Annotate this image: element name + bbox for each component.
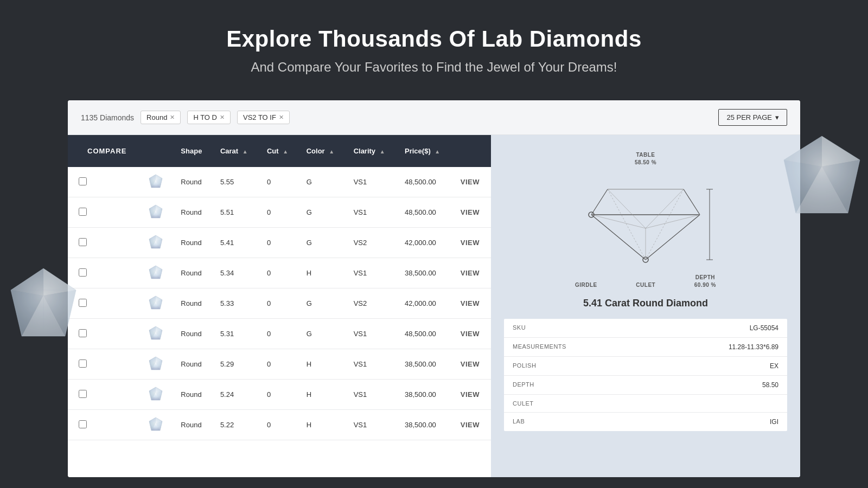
table-row: Round 5.29 0 H VS1 38,500.00 VIEW (68, 349, 491, 380)
row-clarity: VS2 (347, 288, 398, 319)
view-link[interactable]: VIEW (461, 299, 480, 307)
row-carat: 5.31 (214, 319, 260, 349)
top-bar-left: 1135 Diamonds Round ✕ H TO D ✕ VS2 TO IF… (81, 111, 290, 124)
detail-spec-row: SKU LG-55054 (504, 319, 787, 338)
row-checkbox-0[interactable] (79, 177, 87, 185)
detail-spec-row: LAB IGI (504, 413, 787, 431)
view-link[interactable]: VIEW (461, 330, 480, 338)
chevron-down-icon: ▾ (775, 113, 779, 121)
per-page-button[interactable]: 25 PER PAGE ▾ (718, 109, 787, 126)
spec-label: POLISH (513, 362, 536, 370)
diamond-diagram-svg (570, 169, 722, 277)
view-link[interactable]: VIEW (461, 390, 480, 399)
row-price: 38,500.00 (398, 349, 454, 380)
hero-title: Explore Thousands Of Lab Diamonds (0, 26, 868, 52)
row-image-cell (142, 288, 174, 319)
col-header-img (142, 135, 174, 167)
svg-line-61 (684, 189, 700, 215)
compare-header: COMPARE (68, 135, 142, 167)
row-image-cell (142, 380, 174, 410)
top-bar: 1135 Diamonds Round ✕ H TO D ✕ VS2 TO IF… (68, 100, 800, 135)
row-carat: 5.55 (214, 167, 260, 197)
row-image-cell (142, 197, 174, 228)
compare-button[interactable]: COMPARE (79, 143, 135, 159)
table-row: Round 5.33 0 G VS2 42,000.00 VIEW (68, 288, 491, 319)
filter-vs2-to-if[interactable]: VS2 TO IF ✕ (237, 111, 290, 124)
row-shape: Round (174, 288, 214, 319)
diagram-depth-label: DEPTH (694, 274, 716, 281)
row-view-cell: VIEW (454, 380, 491, 410)
row-clarity: VS1 (347, 319, 398, 349)
diamond-count: 1135 Diamonds (81, 113, 134, 122)
svg-line-70 (646, 189, 684, 228)
row-shape: Round (174, 349, 214, 380)
row-color: G (300, 197, 347, 228)
row-cut: 0 (260, 410, 300, 440)
row-image-cell (142, 258, 174, 288)
table-row: Round 5.51 0 G VS1 48,500.00 VIEW (68, 197, 491, 228)
row-carat: 5.29 (214, 349, 260, 380)
diamond-thumbnail (148, 265, 163, 280)
remove-vs2-to-if-icon[interactable]: ✕ (279, 114, 284, 121)
row-price: 48,500.00 (398, 167, 454, 197)
row-shape: Round (174, 228, 214, 258)
view-link[interactable]: VIEW (461, 178, 480, 186)
row-view-cell: VIEW (454, 319, 491, 349)
col-header-carat[interactable]: Carat ▲ (214, 135, 260, 167)
row-shape: Round (174, 410, 214, 440)
spec-label: SKU (513, 324, 526, 332)
row-carat: 5.33 (214, 288, 260, 319)
row-checkbox-2[interactable] (79, 238, 87, 246)
table-row: Round 5.41 0 G VS2 42,000.00 VIEW (68, 228, 491, 258)
col-header-price[interactable]: Price($) ▲ (398, 135, 454, 167)
col-header-cut[interactable]: Cut ▲ (260, 135, 300, 167)
view-link[interactable]: VIEW (461, 360, 480, 368)
svg-line-68 (646, 189, 684, 260)
main-panel: 1135 Diamonds Round ✕ H TO D ✕ VS2 TO IF… (68, 100, 800, 477)
col-header-color[interactable]: Color ▲ (300, 135, 347, 167)
svg-line-67 (608, 189, 646, 260)
remove-h-to-d-icon[interactable]: ✕ (220, 114, 225, 121)
cut-sort-icon: ▲ (283, 149, 288, 155)
row-cut: 0 (260, 288, 300, 319)
row-shape: Round (174, 258, 214, 288)
row-price: 48,500.00 (398, 319, 454, 349)
col-header-clarity[interactable]: Clarity ▲ (347, 135, 398, 167)
row-clarity: VS1 (347, 258, 398, 288)
diamond-thumbnail (148, 416, 163, 432)
spec-value: 58.50 (762, 381, 778, 389)
detail-spec-row: POLISH EX (504, 357, 787, 376)
remove-round-icon[interactable]: ✕ (170, 114, 175, 121)
filter-round[interactable]: Round ✕ (141, 111, 181, 124)
diagram-girdle-label: GIRDLE (575, 281, 597, 289)
spec-value: EX (770, 362, 778, 370)
spec-value: IGI (770, 418, 778, 426)
row-price: 48,500.00 (398, 197, 454, 228)
row-clarity: VS1 (347, 410, 398, 440)
hero-subtitle: And Compare Your Favorites to Find the J… (0, 60, 868, 75)
spec-label: CULET (513, 400, 534, 407)
row-view-cell: VIEW (454, 167, 491, 197)
row-checkbox-1[interactable] (79, 208, 87, 216)
view-link[interactable]: VIEW (461, 239, 480, 247)
row-shape: Round (174, 197, 214, 228)
view-link[interactable]: VIEW (461, 421, 480, 429)
row-checkbox-8[interactable] (79, 420, 87, 428)
row-view-cell: VIEW (454, 349, 491, 380)
row-shape: Round (174, 380, 214, 410)
view-link[interactable]: VIEW (461, 269, 480, 277)
view-link[interactable]: VIEW (461, 208, 480, 216)
row-color: H (300, 258, 347, 288)
row-clarity: VS2 (347, 228, 398, 258)
row-checkbox-6[interactable] (79, 359, 87, 368)
row-shape: Round (174, 319, 214, 349)
row-carat: 5.41 (214, 228, 260, 258)
row-cut: 0 (260, 349, 300, 380)
color-sort-icon: ▲ (329, 149, 334, 155)
filter-h-to-d[interactable]: H TO D ✕ (187, 111, 231, 124)
table-section: COMPARE Shape Carat ▲ Cut ▲ (68, 135, 491, 477)
row-carat: 5.34 (214, 258, 260, 288)
row-checkbox-7[interactable] (79, 390, 87, 398)
spec-label: DEPTH (513, 381, 534, 389)
row-price: 38,500.00 (398, 410, 454, 440)
